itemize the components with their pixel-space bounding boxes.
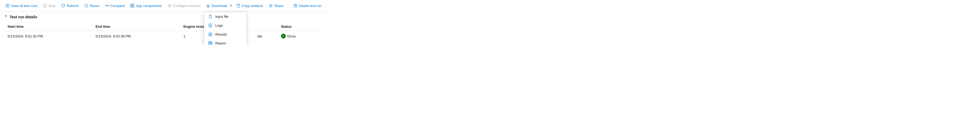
collapse-icon: ⌃: [4, 15, 8, 19]
report-icon: [208, 41, 213, 45]
refresh-icon: [61, 3, 65, 8]
rerun-icon: [84, 3, 89, 8]
dropdown-item-logs[interactable]: Logs: [204, 21, 247, 30]
cell-description: ble: [255, 31, 278, 42]
view-all-label: View all test runs: [11, 4, 37, 8]
view-all-button[interactable]: View all test runs: [3, 2, 40, 9]
svg-point-7: [169, 5, 170, 6]
status-label: Done: [287, 34, 296, 38]
file-icon: [208, 14, 213, 19]
dropdown-item-report[interactable]: Report: [204, 39, 247, 45]
svg-rect-3: [130, 4, 132, 6]
app-components-button[interactable]: App components: [128, 2, 164, 9]
download-icon: [206, 3, 210, 8]
compare-label: Compare: [110, 4, 125, 8]
svg-rect-20: [211, 43, 212, 45]
refresh-button[interactable]: Refresh: [59, 2, 81, 9]
delete-test-run-label: Delete test run: [299, 4, 322, 8]
cell-start-time: 5/13/2024, 9:01:30 PM: [4, 31, 92, 42]
table-row: 5/13/2024, 9:01:30 PM 5/13/2024, 9:02:38…: [4, 31, 322, 42]
svg-rect-24: [294, 5, 297, 7]
copy-artifacts-label: Copy artifacts: [242, 4, 263, 8]
col-header-start-time: Start time: [4, 22, 92, 31]
configure-metrics-label: Configure metrics: [173, 4, 200, 8]
delete-icon: [293, 3, 298, 8]
svg-rect-12: [209, 33, 212, 36]
col-header-status: Status: [278, 22, 322, 31]
compare-button[interactable]: Compare: [103, 2, 127, 9]
dropdown-item-results[interactable]: Results: [204, 30, 247, 39]
download-dropdown: Input file Logs: [204, 12, 247, 45]
download-label: Download: [212, 4, 227, 8]
refresh-label: Refresh: [67, 4, 79, 8]
more-button[interactable]: ...: [325, 2, 327, 9]
download-chevron-button[interactable]: ▾: [229, 2, 233, 9]
svg-rect-18: [211, 42, 212, 43]
main-content: ⌃ Test run details Start time End time E…: [0, 11, 327, 45]
svg-rect-17: [209, 42, 210, 43]
rerun-button[interactable]: Rerun: [82, 2, 101, 9]
copy-artifacts-button[interactable]: Copy artifacts: [234, 2, 265, 9]
cell-end-time: 5/13/2024, 9:02:38 PM: [92, 31, 180, 42]
cell-status: ✓ Done: [278, 31, 322, 42]
app-components-label: App components: [136, 4, 162, 8]
view-all-icon: [5, 3, 10, 8]
section-title: Test run details: [10, 15, 37, 19]
rerun-label: Rerun: [90, 4, 99, 8]
stop-label: Stop: [48, 4, 56, 8]
results-icon: [208, 32, 213, 36]
svg-rect-6: [132, 6, 134, 8]
stop-icon: [43, 3, 47, 8]
configure-metrics-icon: [167, 3, 172, 8]
col-header-end-time: End time: [92, 22, 180, 31]
download-group: Download ▾ Input file: [204, 2, 233, 9]
dropdown-item-report-label: Report: [215, 41, 226, 45]
chevron-down-icon: ▾: [230, 4, 232, 8]
stop-button[interactable]: Stop: [41, 2, 58, 9]
dropdown-item-input-file[interactable]: Input file: [204, 12, 247, 21]
test-run-table: Start time End time Engine instances Sta…: [4, 22, 322, 42]
section-header[interactable]: ⌃ Test run details: [4, 15, 322, 19]
status-done-icon: ✓: [281, 34, 286, 39]
download-button[interactable]: Download: [204, 2, 229, 9]
svg-rect-4: [132, 4, 134, 6]
toolbar: View all test runs Stop Refresh Rerun: [0, 0, 327, 11]
compare-icon: [105, 3, 109, 8]
svg-rect-21: [237, 5, 240, 7]
svg-rect-2: [43, 4, 46, 7]
col-header-empty: [255, 22, 278, 31]
dropdown-item-input-file-label: Input file: [215, 14, 229, 19]
share-label: Share: [274, 4, 284, 8]
delete-test-run-button[interactable]: Delete test run: [291, 2, 324, 9]
svg-rect-19: [209, 43, 210, 45]
share-button[interactable]: Share: [266, 2, 286, 9]
dropdown-item-logs-label: Logs: [215, 24, 223, 27]
logs-icon: [208, 24, 213, 27]
status-done: ✓ Done: [281, 34, 319, 39]
share-icon: [269, 3, 273, 8]
dropdown-item-results-label: Results: [215, 32, 227, 36]
copy-artifacts-icon: [236, 3, 240, 8]
app-components-icon: [130, 3, 134, 8]
svg-rect-5: [130, 6, 132, 8]
configure-metrics-button[interactable]: Configure metrics: [165, 2, 203, 9]
